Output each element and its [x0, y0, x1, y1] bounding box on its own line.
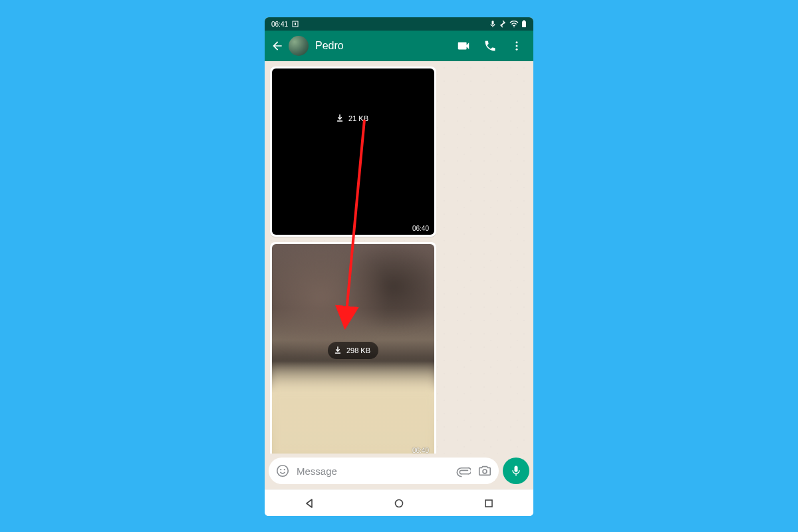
avatar[interactable] — [289, 36, 309, 56]
contact-name[interactable]: Pedro — [315, 40, 448, 52]
svg-point-7 — [516, 41, 518, 43]
download-icon — [335, 114, 344, 123]
voice-call-button[interactable] — [479, 39, 501, 53]
emoji-icon[interactable] — [275, 464, 290, 478]
svg-rect-5 — [522, 21, 526, 27]
svg-rect-1 — [295, 23, 296, 25]
download-button[interactable]: 298 KB — [328, 342, 378, 359]
status-time: 06:41 — [271, 21, 288, 28]
nav-home-button[interactable] — [393, 497, 405, 509]
nav-back-button[interactable] — [303, 497, 315, 509]
svg-rect-2 — [492, 21, 494, 25]
media-thumbnail[interactable]: 21 KB 06:40 — [272, 68, 434, 235]
download-size: 298 KB — [346, 346, 370, 354]
download-icon — [333, 346, 342, 355]
chat-body[interactable]: 21 KB 06:40 298 KB 06:40 — [265, 61, 533, 454]
wifi-icon — [509, 21, 519, 28]
composer-row: Message — [265, 454, 533, 489]
back-button[interactable] — [270, 39, 285, 53]
svg-point-16 — [483, 469, 487, 473]
svg-rect-17 — [515, 466, 518, 472]
mic-icon — [509, 464, 523, 477]
sync-status-icon — [499, 20, 507, 28]
download-size: 21 KB — [348, 114, 368, 122]
svg-point-8 — [516, 45, 518, 47]
message-bubble[interactable]: 21 KB 06:40 — [270, 66, 436, 237]
android-nav-bar — [265, 489, 533, 516]
message-placeholder: Message — [297, 466, 450, 477]
phone-frame: 06:41 — [265, 17, 533, 516]
svg-point-4 — [513, 26, 515, 27]
more-options-button[interactable] — [505, 40, 528, 52]
square-recent-icon — [484, 499, 493, 508]
status-indicator-icon — [292, 21, 299, 27]
camera-icon[interactable] — [477, 464, 492, 478]
chat-header: Pedro — [265, 31, 533, 61]
more-vertical-icon — [511, 40, 523, 52]
svg-point-15 — [284, 469, 285, 470]
media-thumbnail[interactable]: 298 KB 06:40 — [272, 244, 434, 454]
message-time: 06:40 — [412, 447, 429, 454]
svg-point-9 — [516, 49, 518, 51]
arrow-left-icon — [271, 39, 284, 53]
voice-record-button[interactable] — [503, 458, 529, 484]
attach-icon[interactable] — [456, 464, 471, 478]
svg-point-19 — [395, 499, 402, 507]
battery-icon — [521, 20, 527, 28]
message-bubble[interactable]: 298 KB 06:40 — [270, 242, 436, 454]
circle-home-icon — [394, 499, 404, 508]
nav-recent-button[interactable] — [483, 497, 495, 509]
video-icon — [456, 39, 471, 53]
video-call-button[interactable] — [452, 39, 475, 53]
mic-status-icon — [489, 20, 496, 28]
svg-point-13 — [277, 466, 289, 477]
svg-rect-6 — [523, 21, 525, 22]
message-input-box[interactable]: Message — [269, 458, 499, 484]
svg-point-14 — [280, 469, 281, 470]
download-button[interactable]: 21 KB — [330, 110, 376, 127]
message-time: 06:40 — [412, 225, 429, 232]
svg-rect-20 — [485, 500, 492, 507]
android-status-bar: 06:41 — [265, 17, 533, 31]
triangle-back-icon — [304, 498, 315, 509]
phone-icon — [483, 39, 497, 53]
